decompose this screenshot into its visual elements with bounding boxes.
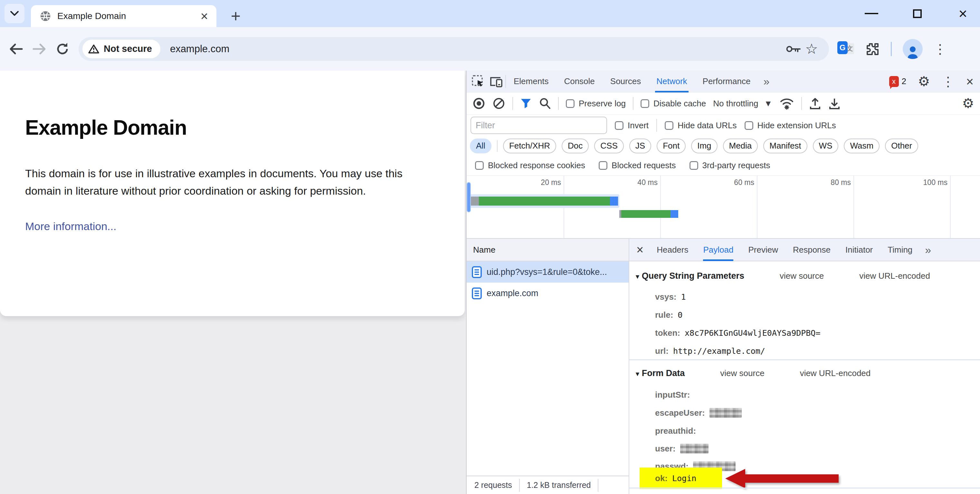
inspect-element-icon[interactable] bbox=[470, 75, 487, 88]
window-maximize-button[interactable] bbox=[906, 2, 929, 25]
record-network-log-icon[interactable] bbox=[473, 97, 485, 110]
translate-extension-icon[interactable]: 文 G bbox=[837, 41, 854, 57]
tab-response[interactable]: Response bbox=[793, 239, 830, 261]
tab-payload[interactable]: Payload bbox=[703, 239, 733, 261]
transferred-size: 1.2 kB transferred bbox=[527, 480, 591, 490]
more-panels-icon[interactable]: » bbox=[763, 75, 769, 88]
param-row: inputStr: bbox=[655, 389, 690, 400]
network-conditions-icon[interactable] bbox=[780, 97, 794, 110]
back-button[interactable] bbox=[5, 37, 28, 61]
view-source-link[interactable]: view source bbox=[780, 271, 824, 281]
error-count: 2 bbox=[902, 76, 906, 86]
error-badge[interactable]: x 2 bbox=[889, 76, 906, 87]
request-row-example-com[interactable]: example.com bbox=[467, 283, 628, 304]
disable-cache-checkbox[interactable]: Disable cache bbox=[641, 99, 706, 108]
chip-css[interactable]: CSS bbox=[594, 139, 624, 153]
more-details-tabs-icon[interactable]: » bbox=[925, 244, 931, 256]
chip-js[interactable]: JS bbox=[629, 139, 651, 153]
view-source-link[interactable]: view source bbox=[720, 368, 764, 378]
network-overview-timeline[interactable]: 20 ms 40 ms 60 ms 80 ms 100 ms bbox=[467, 175, 980, 239]
devtools-tab-bar: Elements Console Sources Network Perform… bbox=[467, 70, 980, 92]
tab-sources[interactable]: Sources bbox=[609, 70, 642, 92]
invert-label: Invert bbox=[628, 121, 649, 131]
hide-data-urls-checkbox[interactable]: Hide data URLs bbox=[665, 121, 737, 131]
blocked-response-cookies-checkbox[interactable]: Blocked response cookies bbox=[475, 161, 585, 171]
invert-checkbox[interactable]: Invert bbox=[615, 121, 649, 131]
chip-manifest[interactable]: Manifest bbox=[763, 139, 807, 153]
overview-range-handle[interactable] bbox=[467, 182, 471, 212]
gridline bbox=[853, 175, 854, 238]
tab-search-button[interactable] bbox=[5, 4, 24, 23]
name-column-header[interactable]: Name bbox=[467, 239, 628, 261]
tab-elements[interactable]: Elements bbox=[512, 70, 550, 92]
window-minimize-button[interactable] bbox=[860, 2, 883, 25]
tab-network[interactable]: Network bbox=[655, 70, 688, 92]
filter-row-divider bbox=[656, 119, 657, 132]
window-close-button[interactable]: × bbox=[952, 2, 974, 25]
waterfall-bar-2[interactable] bbox=[619, 210, 678, 218]
param-key: rule: bbox=[655, 310, 673, 320]
filter-funnel-icon[interactable] bbox=[520, 98, 532, 109]
chip-media[interactable]: Media bbox=[723, 139, 758, 153]
devtools-settings-icon[interactable]: ⚙ bbox=[918, 75, 930, 88]
search-icon[interactable] bbox=[539, 97, 551, 110]
browser-menu-icon[interactable]: ⋮ bbox=[934, 43, 947, 56]
hide-extension-urls-checkbox[interactable]: Hide extension URLs bbox=[745, 121, 836, 131]
toolbar-extensions-area: 文 G ⋮ bbox=[837, 39, 947, 59]
export-har-icon[interactable] bbox=[828, 97, 840, 110]
device-toolbar-icon[interactable] bbox=[487, 75, 505, 88]
reload-button[interactable] bbox=[51, 37, 74, 61]
extensions-puzzle-icon[interactable] bbox=[865, 41, 880, 56]
tab-headers[interactable]: Headers bbox=[657, 239, 688, 261]
request-row-uid-php[interactable]: uid.php?vsys=1&rule=0&toke... bbox=[467, 261, 628, 283]
annotation-arrow-icon bbox=[725, 468, 840, 489]
section-divider bbox=[629, 359, 980, 360]
view-url-encoded-link[interactable]: view URL-encoded bbox=[800, 368, 871, 378]
more-information-link[interactable]: More information... bbox=[25, 220, 116, 232]
waterfall-bar-1[interactable] bbox=[470, 196, 618, 206]
profile-avatar[interactable] bbox=[903, 39, 923, 59]
bookmark-star-icon[interactable]: ☆ bbox=[803, 40, 821, 58]
import-har-icon[interactable] bbox=[809, 97, 821, 110]
chip-ws[interactable]: WS bbox=[813, 139, 838, 153]
browser-tab[interactable]: Example Domain × bbox=[31, 5, 216, 27]
chip-all[interactable]: All bbox=[470, 139, 492, 153]
password-key-icon[interactable] bbox=[784, 40, 803, 58]
tab-close-icon[interactable]: × bbox=[199, 10, 209, 22]
tab-timing[interactable]: Timing bbox=[888, 239, 912, 261]
third-party-requests-checkbox[interactable]: 3rd-party requests bbox=[689, 161, 770, 171]
blocked-requests-checkbox[interactable]: Blocked requests bbox=[599, 161, 676, 171]
details-tab-bar: × Headers Payload Preview Response Initi… bbox=[629, 239, 980, 261]
preserve-log-checkbox[interactable]: Preserve log bbox=[566, 99, 626, 108]
chip-divider bbox=[497, 140, 498, 152]
param-row: rule: 0 bbox=[655, 309, 682, 320]
tab-performance[interactable]: Performance bbox=[702, 70, 752, 92]
clear-network-log-icon[interactable] bbox=[492, 97, 505, 110]
throttling-value: No throttling bbox=[713, 99, 758, 108]
devtools-menu-icon[interactable]: ⋮ bbox=[942, 75, 955, 88]
throttling-dropdown[interactable]: No throttling ▼ bbox=[713, 99, 772, 108]
chip-img[interactable]: Img bbox=[691, 139, 717, 153]
chip-fetch-xhr[interactable]: Fetch/XHR bbox=[503, 139, 556, 153]
disclosure-triangle-icon[interactable]: ▼ bbox=[635, 273, 641, 280]
new-tab-button[interactable]: + bbox=[226, 6, 246, 26]
filter-input[interactable] bbox=[471, 117, 607, 134]
tick-40ms: 40 ms bbox=[616, 178, 658, 187]
view-url-encoded-link[interactable]: view URL-encoded bbox=[859, 271, 930, 281]
address-bar[interactable]: Not secure example.com ☆ bbox=[79, 37, 829, 61]
disclosure-triangle-icon[interactable]: ▼ bbox=[635, 371, 641, 377]
chip-wasm[interactable]: Wasm bbox=[844, 139, 880, 153]
security-chip[interactable]: Not secure bbox=[83, 40, 161, 58]
chip-font[interactable]: Font bbox=[657, 139, 686, 153]
close-details-icon[interactable]: × bbox=[636, 244, 643, 256]
translate-g: G bbox=[837, 41, 848, 54]
tab-preview[interactable]: Preview bbox=[748, 239, 778, 261]
network-settings-icon[interactable]: ⚙ bbox=[962, 97, 974, 110]
devtools-close-icon[interactable]: × bbox=[966, 75, 974, 88]
chip-other[interactable]: Other bbox=[885, 139, 918, 153]
tab-initiator[interactable]: Initiator bbox=[845, 239, 873, 261]
chip-doc[interactable]: Doc bbox=[562, 139, 589, 153]
tab-console[interactable]: Console bbox=[563, 70, 596, 92]
param-key: token: bbox=[655, 328, 680, 338]
forward-button[interactable] bbox=[28, 37, 51, 61]
